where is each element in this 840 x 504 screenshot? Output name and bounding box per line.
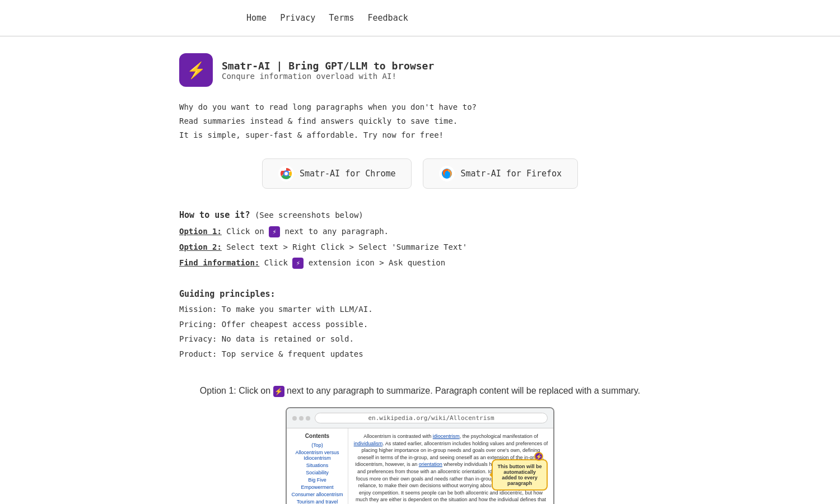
- how-to-title-line: How to use it? (See screenshots below): [179, 207, 661, 223]
- svg-point-3: [284, 172, 288, 175]
- screenshot-section: Option 1: Click on ⚡ next to any paragra…: [179, 384, 661, 504]
- description: Why do you want to read long paragraphs …: [179, 100, 661, 143]
- app-header: ⚡ Smatr-AI | Bring GPT/LLM to browser Co…: [179, 53, 661, 87]
- nav-feedback[interactable]: Feedback: [368, 13, 408, 23]
- bolt-button[interactable]: ⚡: [534, 452, 543, 461]
- screenshot-frame: en.wikipedia.org/wiki/Allocentrism Conte…: [286, 407, 554, 504]
- option1-text: Click on ⚡ next to any paragraph.: [226, 227, 389, 236]
- wiki-main: Allocentrism is contrasted with idiocent…: [348, 428, 553, 504]
- app-title: Smatr-AI | Bring GPT/LLM to browser: [222, 60, 434, 72]
- principle-product: Product: Top service & frequent updates: [179, 347, 661, 362]
- wiki-sidebar-item-1[interactable]: Allocentrism versus Idiocentrism: [291, 450, 343, 461]
- annotation-bubble: This button will be automatically added …: [492, 459, 548, 491]
- browser-chrome-bar: en.wikipedia.org/wiki/Allocentrism: [287, 408, 553, 428]
- caption-bolt-icon: ⚡: [273, 386, 284, 397]
- caption-part1: Option 1: Click on: [200, 386, 270, 395]
- firefox-icon: [439, 166, 455, 181]
- wiki-sidebar-item-2[interactable]: Situations: [291, 463, 343, 468]
- how-to-subtitle: (See screenshots below): [255, 211, 363, 220]
- desc-line3: It is simple, super-fast & affordable. T…: [179, 128, 661, 142]
- option2-content: Select text > Right Click > Select 'Summ…: [226, 242, 467, 251]
- wiki-link-orientation[interactable]: orientation: [419, 461, 442, 467]
- principle-privacy: Privacy: No data is retained or sold.: [179, 332, 661, 347]
- browser-buttons: Smatr-AI for Chrome Smatr-AI for Firefox: [179, 158, 661, 189]
- app-icon: ⚡: [179, 53, 213, 87]
- inline-bolt-icon2: ⚡: [292, 258, 304, 269]
- nav-privacy[interactable]: Privacy: [280, 13, 315, 23]
- principles-title: Guiding principles:: [179, 286, 661, 302]
- screenshot-caption: Option 1: Click on ⚡ next to any paragra…: [179, 384, 661, 398]
- find-line: Find information: Click ⚡ extension icon…: [179, 255, 661, 270]
- wiki-sidebar: Contents (Top) Allocentrism versus Idioc…: [287, 428, 348, 504]
- wiki-sidebar-list: (Top) Allocentrism versus Idiocentrism S…: [291, 442, 343, 504]
- bolt-button-indicator: ⚡: [534, 452, 543, 461]
- wiki-content: Contents (Top) Allocentrism versus Idioc…: [287, 428, 553, 504]
- chrome-icon: [278, 166, 294, 181]
- dot-3: [306, 416, 310, 421]
- wiki-link-idiocentrism[interactable]: idiocentrism: [433, 433, 460, 439]
- how-to-title: How to use it?: [179, 210, 250, 220]
- wiki-sidebar-title: Contents: [291, 433, 343, 439]
- principle-pricing: Pricing: Offer cheapest access possible.: [179, 317, 661, 332]
- url-bar: en.wikipedia.org/wiki/Allocentrism: [315, 413, 548, 423]
- principle-mission: Mission: To make you smarter with LLM/AI…: [179, 302, 661, 317]
- option2-line: Option 2: Select text > Right Click > Se…: [179, 239, 661, 255]
- find-label: Find information:: [179, 258, 259, 267]
- desc-line1: Why do you want to read long paragraphs …: [179, 100, 661, 114]
- find-text: Click ⚡ extension icon > Ask question: [264, 258, 445, 267]
- main-content: ⚡ Smatr-AI | Bring GPT/LLM to browser Co…: [168, 36, 672, 504]
- desc-line2: Read summaries instead & find answers qu…: [179, 114, 661, 128]
- navigation: Home Privacy Terms Feedback: [0, 0, 840, 36]
- wiki-sidebar-item-3[interactable]: Sociability: [291, 470, 343, 475]
- wiki-sidebar-item-6[interactable]: Consumer allocentrism: [291, 492, 343, 497]
- firefox-button[interactable]: Smatr-AI for Firefox: [423, 158, 578, 189]
- wiki-sidebar-item-7[interactable]: Tourism and travel: [291, 499, 343, 504]
- wiki-link-individualism[interactable]: individualism: [354, 441, 383, 446]
- nav-terms[interactable]: Terms: [329, 13, 354, 23]
- chrome-label: Smatr-AI for Chrome: [300, 169, 396, 179]
- dot-1: [292, 416, 297, 421]
- dot-2: [299, 416, 304, 421]
- caption-part2: next to any paragraph to summarize. Para…: [287, 386, 640, 395]
- how-to-section: How to use it? (See screenshots below) O…: [179, 207, 661, 270]
- browser-dots: [292, 416, 310, 421]
- wiki-sidebar-item-4[interactable]: Big Five: [291, 477, 343, 483]
- chrome-button[interactable]: Smatr-AI for Chrome: [262, 158, 412, 189]
- wiki-sidebar-item-5[interactable]: Empowerment: [291, 484, 343, 490]
- nav-home[interactable]: Home: [246, 13, 267, 23]
- app-info: Smatr-AI | Bring GPT/LLM to browser Conq…: [222, 60, 434, 81]
- inline-bolt-icon1: ⚡: [269, 226, 280, 237]
- annotation-text: This button will be automatically added …: [497, 464, 542, 486]
- principles-section: Guiding principles: Mission: To make you…: [179, 286, 661, 362]
- option1-line: Option 1: Click on ⚡ next to any paragra…: [179, 223, 661, 239]
- app-subtitle: Conqure information overload with AI!: [222, 72, 434, 81]
- option2-label: Option 2:: [179, 242, 222, 251]
- firefox-label: Smatr-AI for Firefox: [460, 169, 562, 179]
- wiki-sidebar-item-top[interactable]: (Top): [291, 442, 343, 448]
- option1-label: Option 1:: [179, 227, 222, 236]
